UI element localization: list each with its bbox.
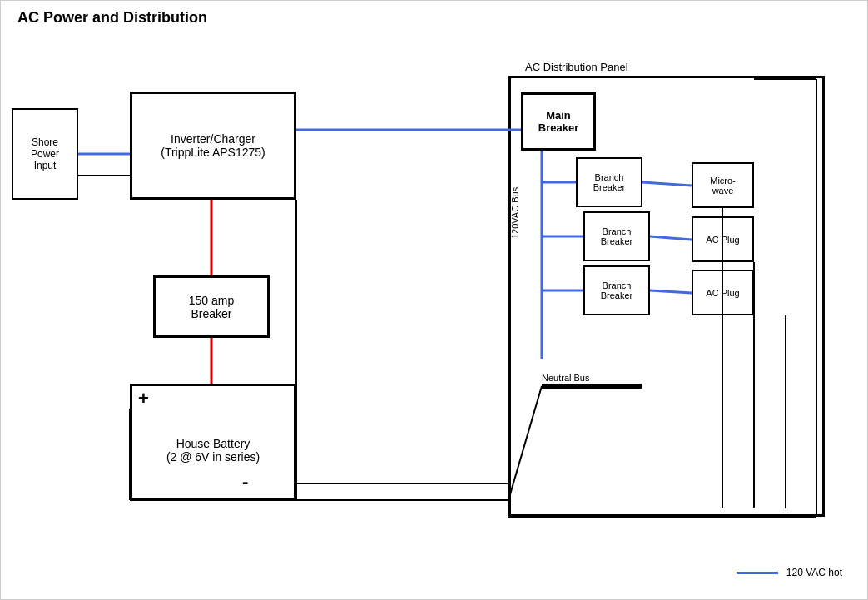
branch-breaker-2: BranchBreaker (583, 211, 650, 261)
diagram-title: AC Power and Distribution (17, 9, 207, 27)
inverter-box: Inverter/Charger(TrippLite APS1275) (130, 92, 296, 200)
battery-plus-symbol: + (138, 388, 149, 409)
branch-breaker-2-label: BranchBreaker (601, 226, 633, 246)
neutral-bus-label: Neutral Bus (542, 373, 589, 383)
legend-line (737, 572, 778, 574)
branch-breaker-3-label: BranchBreaker (601, 280, 633, 300)
breaker150-label: 150 ampBreaker (189, 294, 234, 320)
acplug2-label: AC Plug (706, 288, 739, 298)
battery-minus-symbol: - (242, 471, 248, 493)
branch-breaker-1-label: Branch Breaker (578, 172, 641, 192)
house-battery-box: House Battery(2 @ 6V in series) (130, 384, 296, 500)
legend-label: 120 VAC hot (786, 567, 842, 578)
ac-panel-label: AC Distribution Panel (525, 61, 628, 73)
main-breaker-label: MainBreaker (538, 109, 578, 134)
main-breaker-box: MainBreaker (521, 92, 596, 151)
breaker150-box: 150 ampBreaker (153, 275, 270, 338)
house-battery-text: House Battery(2 @ 6V in series) (166, 437, 260, 464)
branch-breaker-3: BranchBreaker (583, 265, 650, 315)
microwave-label: Micro-wave (710, 176, 736, 196)
neutral-bus-bar (542, 384, 642, 389)
inverter-label: Inverter/Charger(TrippLite APS1275) (161, 132, 265, 159)
legend: 120 VAC hot (737, 567, 842, 578)
acplug1-box: AC Plug (692, 216, 754, 262)
acplug2-box: AC Plug (692, 270, 754, 315)
microwave-box: Micro-wave (692, 162, 754, 208)
branch-breaker-1: Branch Breaker (576, 157, 642, 207)
acplug1-label: AC Plug (706, 235, 739, 245)
shore-power-box: Shore Power Input (12, 108, 78, 200)
shore-power-label: Shore Power Input (31, 136, 59, 171)
120vac-bus-label: 120VAC Bus (510, 187, 520, 239)
